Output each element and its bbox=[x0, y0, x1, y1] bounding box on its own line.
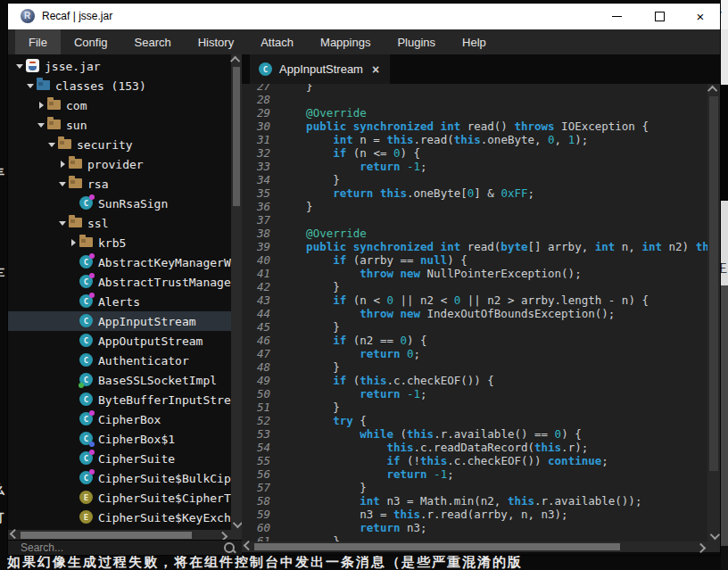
tree-item-classes-153-[interactable]: classes (153) bbox=[8, 76, 231, 95]
code-line-34[interactable]: 34 } bbox=[242, 173, 708, 186]
expand-down-icon[interactable] bbox=[13, 64, 26, 69]
expand-down-icon[interactable] bbox=[46, 143, 58, 147]
code-line-36[interactable]: 36 } bbox=[242, 200, 708, 213]
tree-item-abstractkeymanagerwrapper[interactable]: CAbstractKeyManagerWrapper bbox=[8, 252, 231, 272]
expand-down-icon[interactable] bbox=[35, 123, 47, 128]
tree-item-alerts[interactable]: CAlerts bbox=[8, 292, 231, 311]
editor-vscroll-thumb[interactable] bbox=[709, 96, 718, 471]
tree-item-ciphersuite-keyexchange[interactable]: ECipherSuite$KeyExchange bbox=[8, 508, 231, 527]
editor-vertical-scrollbar[interactable] bbox=[707, 84, 720, 541]
menu-item-file[interactable]: File bbox=[15, 29, 61, 54]
menu-item-mappings[interactable]: Mappings bbox=[307, 29, 384, 54]
expand-down-icon[interactable] bbox=[24, 84, 37, 88]
tree-item-sunrsasign[interactable]: CSunRsaSign bbox=[8, 194, 231, 213]
tree-item-basesslsocketimpl[interactable]: CBaseSSLSocketImpl bbox=[8, 370, 231, 390]
code-line-46[interactable]: 46 if (n2 == 0) { bbox=[242, 334, 708, 347]
tree-vertical-scrollbar[interactable] bbox=[231, 54, 242, 530]
code-line-56[interactable]: 56 return -1; bbox=[242, 467, 708, 481]
tree-item-krb5[interactable]: krb5 bbox=[8, 233, 231, 252]
maximize-button[interactable] bbox=[645, 4, 674, 29]
tree-item-cipherbox[interactable]: CCipherBox bbox=[8, 409, 231, 429]
code-line-55[interactable]: 55 if (!this.c.checkEOF()) continue; bbox=[242, 454, 708, 467]
code-line-57[interactable]: 57 } bbox=[242, 481, 708, 494]
menu-item-help[interactable]: Help bbox=[449, 29, 500, 54]
code-line-41[interactable]: 41 throw new NullPointerException(); bbox=[242, 267, 708, 280]
code-line-32[interactable]: 32 if (n <= 0) { bbox=[242, 146, 708, 160]
tree-item-rsa[interactable]: rsa bbox=[8, 174, 231, 194]
minimize-button[interactable] bbox=[602, 4, 631, 29]
code-line-38[interactable]: 38 @Override bbox=[242, 227, 708, 240]
code-line-47[interactable]: 47 return 0; bbox=[242, 347, 708, 360]
tree-item-abstracttrustmanagerwrapper[interactable]: CAbstractTrustManagerWrapper bbox=[8, 272, 231, 292]
tree-search-box[interactable] bbox=[8, 540, 242, 555]
code-line-42[interactable]: 42 } bbox=[242, 280, 708, 293]
menu-item-plugins[interactable]: Plugins bbox=[384, 29, 449, 54]
tree-item-ciphersuite-bulkcipher[interactable]: CCipherSuite$BulkCipher bbox=[8, 468, 231, 488]
expand-right-icon[interactable] bbox=[67, 239, 79, 246]
expand-right-icon[interactable] bbox=[35, 102, 47, 109]
desktop-glyph: 订 bbox=[0, 510, 4, 526]
scroll-down-icon[interactable] bbox=[231, 519, 242, 530]
close-button[interactable]: × bbox=[686, 4, 715, 29]
tree-item-authenticator[interactable]: CAuthenticator bbox=[8, 351, 231, 370]
code-line-61[interactable]: 61 } bbox=[242, 534, 708, 541]
code-line-27[interactable]: 27 } bbox=[242, 84, 708, 93]
line-content: this.c.readDataRecord(this.r); bbox=[279, 441, 588, 454]
tree-item-com[interactable]: com bbox=[8, 95, 231, 115]
code-line-40[interactable]: 40 if (arrby == null) { bbox=[242, 253, 708, 267]
code-line-44[interactable]: 44 throw new IndexOutOfBoundsException()… bbox=[242, 307, 708, 320]
search-input[interactable] bbox=[8, 541, 222, 555]
menu-item-search[interactable]: Search bbox=[121, 29, 185, 54]
code-line-33[interactable]: 33 return -1; bbox=[242, 160, 708, 173]
tree-item-bytebufferinputstream[interactable]: CByteBufferInputStream bbox=[8, 390, 231, 409]
code-line-50[interactable]: 50 return -1; bbox=[242, 387, 708, 401]
tree-item-appoutputstream[interactable]: CAppOutputStream bbox=[8, 331, 231, 351]
tab-close-icon[interactable]: × bbox=[372, 62, 379, 77]
code-line-28[interactable]: 28 bbox=[242, 93, 708, 106]
menu-item-attach[interactable]: Attach bbox=[247, 29, 307, 54]
scroll-left-icon[interactable] bbox=[242, 541, 252, 552]
code-line-58[interactable]: 58 int n3 = Math.min(n2, this.r.availabl… bbox=[242, 494, 708, 508]
tree-item-security[interactable]: security bbox=[8, 135, 231, 154]
menu-item-history[interactable]: History bbox=[185, 29, 247, 54]
scroll-right-icon[interactable] bbox=[697, 541, 707, 552]
code-line-35[interactable]: 35 return this.oneByte[0] & 0xFF; bbox=[242, 186, 708, 200]
tree-item-ciphersuite-ciphertype[interactable]: ECipherSuite$CipherType bbox=[8, 488, 231, 508]
code-line-53[interactable]: 53 while (this.r.available() == 0) { bbox=[242, 427, 708, 441]
tree-item-sun[interactable]: sun bbox=[8, 115, 231, 135]
tree-item-provider[interactable]: provider bbox=[8, 154, 231, 174]
scroll-up-icon[interactable] bbox=[707, 84, 720, 95]
code-line-54[interactable]: 54 this.c.readDataRecord(this.r); bbox=[242, 441, 708, 454]
code-line-29[interactable]: 29 @Override bbox=[242, 106, 708, 120]
code-editor[interactable]: 27 }2829 @Override30 public synchronized… bbox=[242, 84, 720, 541]
code-line-48[interactable]: 48 } bbox=[242, 360, 708, 374]
code-line-31[interactable]: 31 int n = this.read(this.oneByte, 0, 1)… bbox=[242, 133, 708, 146]
tab-appinputstream[interactable]: C AppInputStream × bbox=[250, 54, 390, 84]
expand-down-icon[interactable] bbox=[56, 182, 69, 186]
editor-hscroll-thumb[interactable] bbox=[254, 543, 620, 550]
tree-item-ciphersuite[interactable]: CCipherSuite bbox=[8, 449, 231, 468]
code-line-45[interactable]: 45 } bbox=[242, 320, 708, 334]
tree-item-jsse-jar[interactable]: jsse.jar bbox=[8, 56, 231, 76]
editor-horizontal-scrollbar[interactable] bbox=[242, 541, 707, 552]
code-line-39[interactable]: 39 public synchronized int read(byte[] a… bbox=[242, 240, 708, 253]
tree-item-cipherbox-1[interactable]: CCipherBox$1 bbox=[8, 429, 231, 449]
expand-right-icon[interactable] bbox=[56, 161, 69, 168]
code-line-59[interactable]: 59 n3 = this.r.read(arrby, n, n3); bbox=[242, 508, 708, 521]
tree-hscroll-thumb[interactable] bbox=[21, 532, 192, 539]
code-line-43[interactable]: 43 if (n < 0 || n2 < 0 || n2 > arrby.len… bbox=[242, 293, 708, 307]
title-bar[interactable]: R Recaf | jsse.jar × bbox=[8, 4, 720, 29]
code-line-51[interactable]: 51 } bbox=[242, 401, 708, 414]
code-line-60[interactable]: 60 return n3; bbox=[242, 521, 708, 534]
tree-item-appinputstream[interactable]: CAppInputStream bbox=[8, 311, 231, 331]
scroll-down-icon[interactable] bbox=[707, 531, 720, 541]
tree-item-ssl[interactable]: ssl bbox=[8, 213, 231, 233]
menu-item-config[interactable]: Config bbox=[61, 29, 121, 54]
code-line-49[interactable]: 49 if (this.c.checkEOF()) { bbox=[242, 374, 708, 387]
code-line-52[interactable]: 52 try { bbox=[242, 414, 708, 427]
scroll-up-icon[interactable] bbox=[231, 54, 242, 65]
tree-vscroll-thumb[interactable] bbox=[233, 67, 240, 206]
code-line-30[interactable]: 30 public synchronized int read() throws… bbox=[242, 120, 708, 133]
expand-down-icon[interactable] bbox=[56, 221, 69, 226]
code-line-37[interactable]: 37 bbox=[242, 213, 708, 227]
